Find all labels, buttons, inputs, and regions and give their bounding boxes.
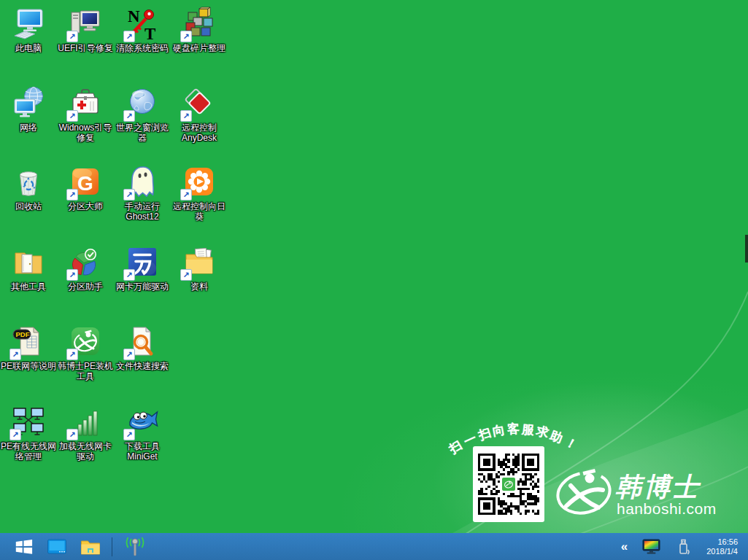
recycle-bin-icon xyxy=(11,164,46,199)
taskbar-clock[interactable]: 16:56 2018/1/4 xyxy=(702,537,744,556)
desktop-icon-label: 分区大师 xyxy=(68,201,103,211)
brand-domain: hanboshi.com xyxy=(617,500,717,518)
taskbar-separator xyxy=(112,537,112,556)
this-pc-icon xyxy=(11,6,46,41)
windows-boot-fix-icon: ↗ xyxy=(68,85,103,120)
desktop-icon-ghost[interactable]: ↗ 手动运行Ghost12 xyxy=(114,164,171,222)
desktop-icon-wifi-driver[interactable]: ↗ 加载无线网卡驱动 xyxy=(57,404,114,462)
desktop-icon-network-manager[interactable]: ↗ PE有线无线网络管理 xyxy=(0,404,57,462)
shortcut-arrow-icon: ↗ xyxy=(66,31,78,42)
usb-eject-tray-button[interactable] xyxy=(670,533,699,560)
shortcut-arrow-icon: ↗ xyxy=(123,269,135,281)
anydesk-icon: ↗ xyxy=(182,85,217,120)
folder-icon xyxy=(80,538,101,556)
desktop-icon-miniget[interactable]: ↗ 下载工具MiniGet xyxy=(114,404,171,462)
shortcut-arrow-icon: ↗ xyxy=(66,349,78,360)
qr-caption-char: 服 xyxy=(521,421,535,439)
desktop-icon-uefi-boot-fix[interactable]: ↗ UEFI引导修复 xyxy=(57,6,114,53)
shortcut-arrow-icon: ↗ xyxy=(123,31,135,42)
desktop-icon-label: 清除系统密码 xyxy=(116,43,169,53)
hanboshi-pe-icon: ↗ xyxy=(68,324,103,359)
clock-time: 16:56 xyxy=(706,537,738,547)
desktop-icon-sunflower-remote[interactable]: ↗ 远程控制向日葵 xyxy=(171,164,228,222)
shortcut-arrow-icon: ↗ xyxy=(9,429,21,440)
desktop-icon-label: 远程控制向日葵 xyxy=(171,201,228,222)
desktop-icon-label: 远程控制AnyDesk xyxy=(171,122,228,143)
partition-master-icon: G ↗ xyxy=(68,164,103,199)
qr-caption-char: 扫 xyxy=(476,424,493,444)
desktop-icon-nic-universal-driver[interactable]: ↗ 网卡万能驱动 xyxy=(114,244,171,292)
nic-universal-driver-icon: ↗ xyxy=(125,244,160,279)
qr-caption-char: 扫 xyxy=(446,438,465,458)
wifi-driver-icon: ↗ xyxy=(68,404,103,439)
shortcut-arrow-icon: ↗ xyxy=(123,349,135,360)
desktop-icon-label: 资料 xyxy=(190,281,208,292)
desktop-icon-pdf-doc[interactable]: PDF ↗ PE联网等说明 xyxy=(0,324,57,371)
world-browser-icon: ↗ xyxy=(125,85,160,120)
desktop-icon-anydesk[interactable]: ↗ 远程控制AnyDesk xyxy=(171,85,228,143)
desktop-icon-label: 此电脑 xyxy=(15,43,42,53)
taskbar: « 1 xyxy=(0,533,748,560)
shortcut-arrow-icon: ↗ xyxy=(9,349,21,360)
shortcut-arrow-icon: ↗ xyxy=(123,189,135,201)
desktop-icon-label: UEFI引导修复 xyxy=(58,43,112,53)
desktop-icon-label: 韩博士PE装机工具 xyxy=(57,361,114,381)
desktop-icon-network[interactable]: 网络 xyxy=(0,85,57,133)
disk-defrag-icon: ↗ xyxy=(182,6,217,41)
display-settings-tray-button[interactable] xyxy=(636,533,667,560)
desktop-icon-partition-master[interactable]: G ↗ 分区大师 xyxy=(57,164,114,211)
desktop-icon-label: 网卡万能驱动 xyxy=(116,281,169,292)
desktop-icon-label: 硬盘碎片整理 xyxy=(173,43,225,53)
desktop-app-button[interactable] xyxy=(40,533,74,560)
desktop-icon-files-folder[interactable]: ↗ 资料 xyxy=(171,244,228,292)
network-icon xyxy=(11,85,46,120)
svg-text:N: N xyxy=(128,7,140,26)
partition-assistant-icon: ↗ xyxy=(68,244,103,279)
desktop-icon-recycle-bin[interactable]: 回收站 xyxy=(0,164,57,211)
svg-text:T: T xyxy=(144,25,155,41)
shortcut-arrow-icon: ↗ xyxy=(123,429,135,440)
antenna-signal-icon xyxy=(123,537,147,557)
desktop-window-icon xyxy=(47,538,67,556)
desktop-icon-label: 文件快速搜索 xyxy=(116,361,169,371)
desktop-icon-other-tools[interactable]: 其他工具 xyxy=(0,244,57,292)
desktop-icon-disk-defrag[interactable]: ↗ 硬盘碎片整理 xyxy=(171,6,228,53)
display-icon xyxy=(642,539,660,555)
qr-caption-char: 求 xyxy=(534,423,550,442)
desktop-icon-hanboshi-pe[interactable]: ↗ 韩博士PE装机工具 xyxy=(57,324,114,381)
sunflower-remote-icon: ↗ xyxy=(182,164,217,199)
desktop-icon-windows-boot-fix[interactable]: ↗ Widnows引导修复 xyxy=(57,85,114,143)
desktop-icon-label: 世界之窗浏览器 xyxy=(114,122,171,143)
desktop-icon-label: 网络 xyxy=(20,122,37,133)
usb-drive-icon xyxy=(676,538,693,556)
desktop-icon-label: 下载工具MiniGet xyxy=(114,441,171,462)
desktop-icon-label: PE有线无线网络管理 xyxy=(0,441,57,462)
pdf-doc-icon: PDF ↗ xyxy=(11,324,46,359)
start-button[interactable] xyxy=(7,533,40,560)
file-explorer-button[interactable] xyxy=(74,533,107,560)
shortcut-arrow-icon: ↗ xyxy=(66,429,78,440)
hanboshi-logo-icon xyxy=(555,461,616,525)
tray-expand-button[interactable]: « xyxy=(616,533,633,560)
file-search-icon: ↗ xyxy=(125,324,160,359)
desktop-icon-label: 加载无线网卡驱动 xyxy=(57,441,114,462)
uefi-boot-fix-icon: ↗ xyxy=(68,6,103,41)
desktop-icon-this-pc[interactable]: 此电脑 xyxy=(0,6,57,53)
support-qr-code xyxy=(473,446,544,522)
shortcut-arrow-icon: ↗ xyxy=(180,189,192,201)
windows-logo-icon xyxy=(14,537,34,556)
wireless-tool-button[interactable] xyxy=(117,533,153,560)
qr-caption-char: 客 xyxy=(507,421,520,438)
shortcut-arrow-icon: ↗ xyxy=(180,31,192,42)
svg-text:PDF: PDF xyxy=(16,330,30,338)
desktop-icon-clear-password[interactable]: N T ↗ 清除系统密码 xyxy=(114,6,171,53)
desktop-icon-partition-assistant[interactable]: ↗ 分区助手 xyxy=(57,244,114,292)
network-manager-icon: ↗ xyxy=(11,404,46,439)
desktop-icon-world-browser[interactable]: ↗ 世界之窗浏览器 xyxy=(114,85,171,143)
desktop-icon-label: 手动运行Ghost12 xyxy=(114,201,171,222)
desktop-icon-label: PE联网等说明 xyxy=(1,361,56,371)
files-folder-icon: ↗ xyxy=(182,244,217,279)
other-tools-icon xyxy=(11,244,46,279)
desktop-icon-file-search[interactable]: ↗ 文件快速搜索 xyxy=(114,324,171,371)
hidden-panel-handle[interactable] xyxy=(745,235,748,262)
